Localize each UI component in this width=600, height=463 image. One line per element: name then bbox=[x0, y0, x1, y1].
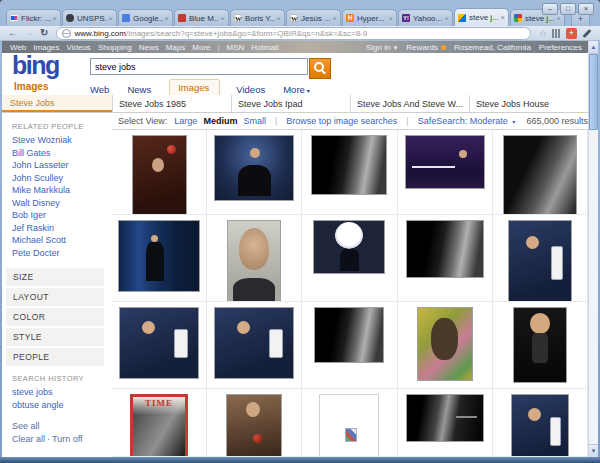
result-thumbnail[interactable] bbox=[406, 394, 484, 442]
reload-icon[interactable]: ↻ bbox=[40, 28, 48, 38]
result-thumbnail[interactable] bbox=[314, 307, 384, 363]
browser-tab[interactable]: Blue M... × bbox=[174, 9, 229, 26]
image-result[interactable] bbox=[398, 215, 493, 302]
extension-stats-icon[interactable] bbox=[552, 29, 561, 38]
view-medium-selected[interactable]: Medium bbox=[203, 116, 237, 126]
close-icon[interactable]: × bbox=[578, 3, 594, 15]
image-result[interactable] bbox=[207, 130, 302, 215]
related-search-tab[interactable]: Steve Jobs And Steve W... bbox=[350, 95, 469, 112]
result-thumbnail[interactable] bbox=[132, 135, 187, 215]
sidebar-section-header[interactable]: PEOPLE bbox=[6, 348, 104, 366]
related-person-link[interactable]: Pete Docter bbox=[12, 247, 112, 260]
result-thumbnail[interactable] bbox=[313, 220, 385, 274]
tab-close-icon[interactable]: × bbox=[276, 14, 281, 23]
result-thumbnail[interactable]: TIME bbox=[130, 394, 188, 457]
tab-close-icon[interactable]: × bbox=[108, 14, 113, 23]
result-thumbnail[interactable] bbox=[119, 307, 199, 379]
image-result[interactable] bbox=[207, 215, 302, 302]
sidebar-section-header[interactable]: LAYOUT bbox=[6, 288, 104, 306]
result-thumbnail[interactable] bbox=[513, 307, 567, 383]
image-result[interactable] bbox=[112, 130, 207, 215]
result-thumbnail[interactable] bbox=[503, 135, 577, 215]
bing-nav-link[interactable]: News bbox=[139, 43, 159, 52]
forward-icon[interactable]: → bbox=[24, 28, 34, 38]
related-search-tab[interactable]: Steve Jobs House bbox=[469, 95, 588, 112]
sidebar-section-header[interactable]: SIZE bbox=[6, 268, 104, 286]
view-large-link[interactable]: Large bbox=[174, 116, 197, 126]
search-history-link[interactable]: obtuse angle bbox=[12, 399, 112, 412]
browser-tab[interactable]: Flickr: ... × bbox=[6, 9, 61, 26]
browser-tab[interactable]: UNSPS... × bbox=[62, 9, 117, 26]
safesearch-dropdown[interactable]: SafeSearch: Moderate ▾ bbox=[418, 116, 516, 126]
see-all-link[interactable]: See all bbox=[12, 420, 112, 433]
image-result[interactable] bbox=[398, 130, 493, 215]
scope-tab[interactable]: News bbox=[127, 84, 153, 95]
scope-tab[interactable]: Web bbox=[90, 84, 111, 95]
related-person-link[interactable]: Bob Iger bbox=[12, 209, 112, 222]
bing-logo[interactable]: bing bbox=[12, 51, 59, 80]
sidebar-section-header[interactable]: STYLE bbox=[6, 328, 104, 346]
scroll-down-icon[interactable]: ▼ bbox=[589, 444, 598, 457]
tab-close-icon[interactable]: × bbox=[500, 13, 505, 22]
maximize-icon[interactable]: □ bbox=[560, 3, 576, 15]
wrench-icon[interactable] bbox=[582, 28, 593, 39]
bookmark-star-icon[interactable]: ☆ bbox=[539, 28, 547, 38]
bing-nav-link[interactable]: Videos bbox=[67, 43, 91, 52]
image-result[interactable] bbox=[398, 302, 493, 389]
search-input[interactable] bbox=[90, 58, 308, 75]
rewards-link[interactable]: Rewards bbox=[406, 43, 446, 52]
tab-close-icon[interactable]: × bbox=[332, 14, 337, 23]
result-thumbnail[interactable] bbox=[508, 220, 572, 302]
sidebar-section-header[interactable]: COLOR bbox=[6, 308, 104, 326]
bing-nav-link[interactable]: Maps bbox=[166, 43, 186, 52]
preferences-link[interactable]: Preferences bbox=[539, 43, 582, 52]
image-result[interactable] bbox=[493, 130, 588, 215]
image-result[interactable] bbox=[493, 215, 588, 302]
related-person-link[interactable]: John Sculley bbox=[12, 172, 112, 185]
result-thumbnail[interactable] bbox=[417, 307, 473, 381]
image-result[interactable] bbox=[398, 389, 493, 457]
related-person-link[interactable]: Mike Markkula bbox=[12, 184, 112, 197]
result-thumbnail[interactable] bbox=[227, 220, 281, 302]
related-person-link[interactable]: Bill Gates bbox=[12, 147, 112, 160]
search-history-link[interactable]: steve jobs bbox=[12, 386, 112, 399]
result-thumbnail[interactable] bbox=[226, 394, 282, 457]
address-bar[interactable]: www.bing.com /images/search?q=steve+jobs… bbox=[56, 27, 531, 40]
minimize-icon[interactable]: – bbox=[542, 3, 558, 15]
image-result[interactable] bbox=[493, 302, 588, 389]
tab-close-icon[interactable]: × bbox=[388, 14, 393, 23]
msn-nav-link[interactable]: MSN bbox=[227, 43, 245, 52]
view-small-link[interactable]: Small bbox=[243, 116, 266, 126]
vertical-scrollbar[interactable]: ▲ ▼ bbox=[588, 41, 598, 457]
browser-tab[interactable]: H Hyper... × bbox=[342, 9, 397, 26]
image-result[interactable] bbox=[302, 302, 397, 389]
image-result[interactable] bbox=[302, 130, 397, 215]
related-search-selected[interactable]: Steve Jobs bbox=[2, 95, 112, 112]
browser-tab[interactable]: Google... × bbox=[118, 9, 173, 26]
image-result[interactable] bbox=[112, 215, 207, 302]
result-thumbnail[interactable] bbox=[319, 394, 379, 457]
browse-top-searches-link[interactable]: Browse top image searches bbox=[286, 116, 397, 126]
scope-tab[interactable]: Images bbox=[169, 79, 220, 95]
bing-nav-link[interactable]: Shopping bbox=[98, 43, 132, 52]
image-result[interactable] bbox=[207, 389, 302, 457]
related-person-link[interactable]: Michael Scott bbox=[12, 234, 112, 247]
image-result[interactable] bbox=[112, 302, 207, 389]
scrollbar-thumb[interactable] bbox=[589, 54, 598, 130]
result-thumbnail[interactable] bbox=[511, 394, 569, 457]
result-thumbnail[interactable] bbox=[405, 135, 485, 189]
sign-in-link[interactable]: Sign in▼ bbox=[366, 43, 398, 52]
scope-tab[interactable]: Videos bbox=[236, 84, 267, 95]
tab-close-icon[interactable]: × bbox=[52, 14, 57, 23]
tab-close-icon[interactable]: × bbox=[164, 14, 169, 23]
image-result[interactable]: TIME bbox=[112, 389, 207, 457]
browser-tab[interactable]: Y! Yahoo... × bbox=[398, 9, 453, 26]
image-result[interactable] bbox=[302, 389, 397, 457]
result-thumbnail[interactable] bbox=[214, 135, 294, 201]
tab-close-icon[interactable]: × bbox=[444, 14, 449, 23]
browser-tab[interactable]: W Jesús ... × bbox=[286, 9, 341, 26]
related-person-link[interactable]: Walt Disney bbox=[12, 197, 112, 210]
related-person-link[interactable]: John Lasseter bbox=[12, 159, 112, 172]
result-thumbnail[interactable] bbox=[406, 220, 484, 278]
related-person-link[interactable]: Steve Wozniak bbox=[12, 134, 112, 147]
